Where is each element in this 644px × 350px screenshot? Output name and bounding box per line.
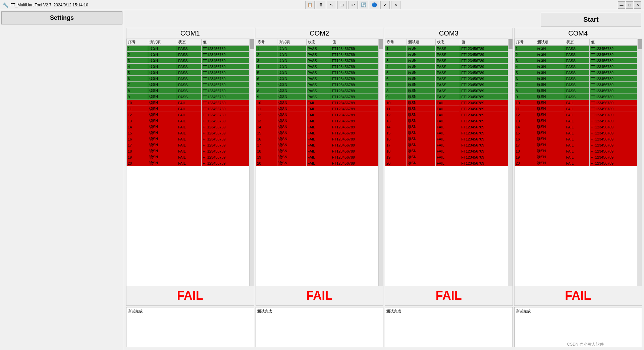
cell-value: FT123456789 — [589, 142, 641, 148]
cell-test: 读SN — [148, 154, 177, 160]
table-row: 8读SNPASSFT123456789 — [515, 88, 642, 94]
table-row: 16读SNFAILFT123456789 — [515, 136, 642, 142]
cell-id: 13 — [256, 118, 277, 124]
cell-test: 读SN — [536, 142, 565, 148]
toolbar-btn-9[interactable]: < — [391, 1, 400, 9]
cell-value: FT123456789 — [202, 100, 254, 106]
cell-id: 16 — [515, 136, 536, 142]
cell-status: FAIL — [436, 160, 460, 166]
toolbar-btn-1[interactable]: 📋 — [305, 1, 315, 9]
toolbar-btn-2[interactable]: 🖥 — [316, 1, 325, 9]
scrollbar-3[interactable] — [508, 39, 513, 286]
cell-test: 读SN — [536, 154, 565, 160]
cell-status: FAIL — [436, 142, 460, 148]
cell-value: FT123456789 — [589, 118, 641, 124]
table-row: 9读SNPASSFT123456789 — [127, 94, 254, 100]
cell-test: 读SN — [148, 136, 177, 142]
table-row: 2读SNPASSFT123456789 — [385, 52, 513, 58]
table-row: 6读SNPASSFT123456789 — [127, 76, 254, 82]
cell-value: FT123456789 — [331, 94, 383, 100]
table-row: 15读SNFAILFT123456789 — [385, 130, 513, 136]
cell-status: FAIL — [436, 112, 460, 118]
table-row: 6读SNPASSFT123456789 — [515, 76, 642, 82]
cell-status: FAIL — [436, 106, 460, 112]
cell-id: 12 — [385, 112, 407, 118]
maximize-button[interactable]: □ — [626, 1, 633, 9]
toolbar-btn-5[interactable]: ↩ — [348, 1, 358, 9]
cell-value: FT123456789 — [460, 76, 512, 82]
table-row: 5读SNPASSFT123456789 — [385, 70, 513, 76]
cell-value: FT123456789 — [202, 118, 254, 124]
table-row: 2读SNPASSFT123456789 — [127, 52, 254, 58]
cell-test: 读SN — [407, 124, 435, 130]
table-row: 17读SNFAILFT123456789 — [515, 142, 642, 148]
scrollbar-4[interactable] — [637, 39, 642, 286]
table-row: 14读SNFAILFT123456789 — [256, 124, 383, 130]
cell-value: FT123456789 — [331, 160, 383, 166]
cell-test: 读SN — [407, 88, 435, 94]
cell-status: FAIL — [306, 142, 331, 148]
cell-id: 6 — [256, 76, 277, 82]
scrollbar-2[interactable] — [378, 39, 383, 286]
table-row: 13读SNFAILFT123456789 — [127, 118, 254, 124]
toolbar-btn-6[interactable]: 🔄 — [359, 1, 368, 9]
cell-test: 读SN — [277, 160, 306, 166]
cell-status: PASS — [436, 88, 460, 94]
scrollbar-1[interactable] — [249, 39, 254, 286]
cell-value: FT123456789 — [589, 130, 641, 136]
cell-id: 14 — [256, 124, 277, 130]
cell-status: FAIL — [565, 160, 589, 166]
toolbar-btn-7[interactable]: 🔵 — [370, 1, 379, 9]
cell-id: 8 — [127, 88, 148, 94]
table-row: 1读SNPASSFT123456789 — [256, 46, 383, 52]
cell-id: 3 — [127, 58, 148, 64]
cell-value: FT123456789 — [202, 148, 254, 154]
cell-value: FT123456789 — [331, 124, 383, 130]
minimize-button[interactable]: — — [618, 1, 625, 9]
cell-value: FT123456789 — [331, 70, 383, 76]
toolbar-btn-4[interactable]: □ — [337, 1, 347, 9]
cell-test: 读SN — [148, 76, 177, 82]
cell-value: FT123456789 — [589, 46, 641, 52]
cell-status: PASS — [177, 46, 202, 52]
cell-test: 读SN — [536, 52, 565, 58]
table-row: 20读SNFAILFT123456789 — [127, 160, 254, 166]
table-row: 8读SNPASSFT123456789 — [256, 88, 383, 94]
cell-value: FT123456789 — [460, 154, 512, 160]
cell-test: 读SN — [536, 160, 565, 166]
cell-test: 读SN — [407, 160, 435, 166]
cell-status: PASS — [436, 64, 460, 70]
toolbar-btn-3[interactable]: ↖ — [327, 1, 336, 9]
cell-status: PASS — [177, 64, 202, 70]
cell-value: FT123456789 — [331, 148, 383, 154]
cell-id: 9 — [256, 94, 277, 100]
cell-status: FAIL — [306, 112, 331, 118]
cell-status: PASS — [306, 52, 331, 58]
table-row: 12读SNFAILFT123456789 — [385, 112, 513, 118]
cell-id: 17 — [256, 142, 277, 148]
cell-test: 读SN — [148, 70, 177, 76]
cell-test: 读SN — [277, 100, 306, 106]
cell-id: 7 — [515, 82, 536, 88]
cell-test: 读SN — [407, 142, 435, 148]
table-row: 20读SNFAILFT123456789 — [385, 160, 513, 166]
cell-status: FAIL — [306, 130, 331, 136]
start-button[interactable]: Start — [541, 13, 641, 26]
cell-status: PASS — [306, 58, 331, 64]
cell-test: 读SN — [148, 88, 177, 94]
cell-test: 读SN — [148, 160, 177, 166]
cell-value: FT123456789 — [331, 58, 383, 64]
close-button[interactable]: ✕ — [634, 1, 641, 9]
table-row: 19读SNFAILFT123456789 — [385, 154, 513, 160]
fail-label-1: FAIL — [126, 286, 254, 305]
cell-id: 2 — [515, 52, 536, 58]
col-header-状态: 状态 — [436, 39, 460, 46]
table-row: 1读SNPASSFT123456789 — [127, 46, 254, 52]
cell-id: 5 — [385, 70, 407, 76]
table-row: 14读SNFAILFT123456789 — [127, 124, 254, 130]
cell-value: FT123456789 — [202, 82, 254, 88]
cell-status: PASS — [436, 70, 460, 76]
toolbar-btn-8[interactable]: ✓ — [380, 1, 390, 9]
cell-test: 读SN — [277, 142, 306, 148]
cell-value: FT123456789 — [589, 64, 641, 70]
